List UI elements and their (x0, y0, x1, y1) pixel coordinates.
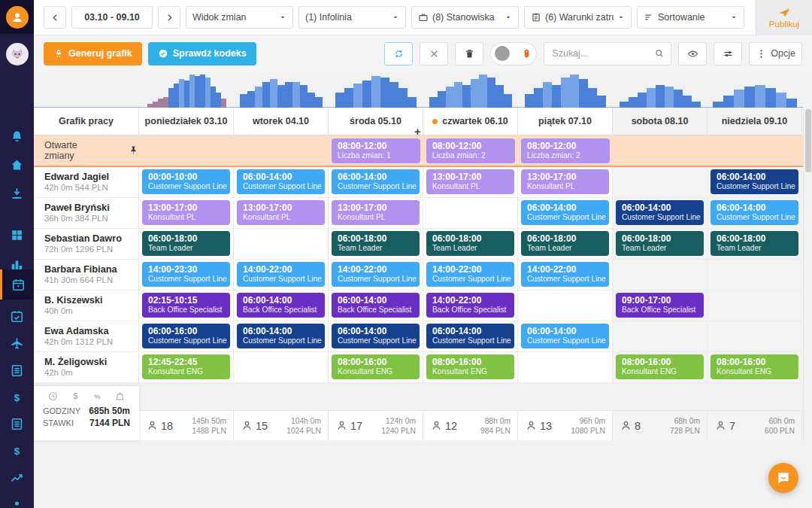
shift-chip[interactable]: 13:00-17:00Konsultant PL (237, 200, 325, 225)
shift-cell[interactable] (707, 291, 802, 321)
footer-weight-icon[interactable] (114, 391, 126, 402)
sidebar-item-dollar-icon[interactable]: $ (0, 384, 34, 411)
day-header-7[interactable]: niedziela 09.10 (707, 108, 802, 135)
employee-name-cell[interactable]: B. Kiszewski40h 0m (34, 291, 139, 321)
options-button[interactable]: Opcje (749, 42, 802, 65)
footer-dollar-icon[interactable]: $ (70, 391, 81, 402)
employee-name-cell[interactable]: M. Żeligowski42h 0m (34, 352, 139, 383)
shift-chip[interactable]: 09:00-17:00Back Office Specialist (616, 293, 704, 318)
shift-chip[interactable]: 06:00-18:00Team Leader (616, 231, 704, 256)
sidebar-item-download-icon[interactable] (0, 180, 34, 207)
dropdown-location[interactable]: (1) Infolinia (298, 6, 406, 29)
day-header-3[interactable]: środa 05.10 (329, 108, 423, 135)
shift-cell[interactable] (613, 260, 707, 291)
day-header-1[interactable]: poniedziałek 03.10 (139, 108, 234, 135)
shift-cell[interactable] (613, 167, 707, 198)
open-shift-cell-day-1[interactable] (139, 135, 234, 166)
shift-chip[interactable]: 08:00-16:00Konsultant ENG (332, 354, 420, 379)
employee-name-cell[interactable]: Sebastian Dawro72h 0m 1296 PLN (34, 229, 139, 260)
shift-chip[interactable]: 06:00-14:00Customer Support Line (710, 200, 798, 225)
employee-name-cell[interactable]: Ewa Adamska42h 0m 1312 PLN (34, 321, 139, 352)
sidebar-item-dot-icon[interactable] (0, 491, 34, 508)
user-avatar[interactable] (6, 43, 29, 65)
shift-chip[interactable]: 13:00-17:00Konsultant PL (426, 169, 514, 194)
shift-chip[interactable]: 06:00-14:00Back Office Specialist (237, 293, 325, 318)
shift-chip[interactable]: 06:00-18:00Team Leader (332, 231, 420, 256)
employee-name-cell[interactable]: Paweł Bryński36h 0m 384 PLN (34, 198, 139, 229)
shift-cell[interactable] (613, 321, 707, 352)
shift-chip[interactable]: 06:00-18:00Team Leader (710, 231, 798, 256)
search-input[interactable] (550, 47, 650, 59)
shift-chip[interactable]: 13:00-17:00Konsultant PL (332, 200, 420, 225)
day-header-2[interactable]: wtorek 04.10 (234, 108, 329, 135)
clear-button[interactable] (420, 42, 448, 65)
shift-chip[interactable]: 06:00-18:00Team Leader (426, 231, 514, 256)
open-shift-chip[interactable]: 08:00-12:00Liczba zmian: 2 (521, 138, 610, 163)
shift-chip[interactable]: 06:00-14:00Customer Support Line (616, 200, 704, 225)
open-shift-chip[interactable]: 08:00-12:00Liczba zmian: 2 (426, 138, 515, 163)
shift-chip[interactable]: 06:00-14:00Customer Support Line (521, 200, 609, 225)
shift-cell[interactable] (423, 198, 518, 229)
edit-mode-toggle[interactable] (490, 42, 537, 65)
shift-chip[interactable]: 06:00-14:00Customer Support Line (332, 169, 420, 194)
shift-chip[interactable]: 13:00-17:00Konsultant PL (521, 169, 609, 194)
sidebar-item-calendar-icon[interactable] (0, 269, 34, 300)
open-shift-cell-day-7[interactable] (707, 135, 802, 166)
shift-chip[interactable]: 12:45-22:45Konsultant ENG (142, 354, 230, 379)
sidebar-item-document-icon[interactable] (0, 357, 34, 384)
shift-chip[interactable]: 06:00-14:00Customer Support Line (332, 324, 420, 348)
shift-chip[interactable]: 14:00-22:00Customer Support Line (426, 262, 514, 287)
footer-percent-icon[interactable]: % (92, 391, 103, 402)
shift-chip[interactable]: 14:00-22:00Customer Support Line (521, 262, 609, 287)
sidebar-item-grid-icon[interactable] (0, 221, 34, 248)
dropdown-employment[interactable]: (6) Warunki zatrudnie... (524, 6, 632, 29)
shift-cell[interactable] (518, 291, 613, 321)
chat-fab[interactable] (768, 463, 798, 493)
shift-cell[interactable] (234, 229, 329, 260)
delete-button[interactable] (455, 42, 483, 65)
shift-chip[interactable]: 08:00-16:00Konsultant ENG (616, 354, 704, 379)
day-header-4[interactable]: czwartek 06.10 (423, 108, 518, 135)
scrollbar-thumb[interactable] (805, 109, 811, 172)
shift-chip[interactable]: 06:00-14:00Back Office Specialist (332, 293, 420, 318)
shift-chip[interactable]: 08:00-16:00Konsultant ENG (426, 354, 514, 379)
vertical-scrollbar[interactable] (803, 108, 812, 440)
visibility-button[interactable] (678, 42, 707, 65)
sidebar-item-plane-icon[interactable] (0, 330, 34, 357)
shift-chip[interactable]: 06:00-18:00Team Leader (142, 231, 230, 256)
sidebar-item-dollar-icon[interactable]: $ (0, 437, 34, 464)
sidebar-item-bell-icon[interactable] (0, 123, 34, 150)
day-header-5[interactable]: piątek 07.10 (518, 108, 613, 135)
shift-chip[interactable]: 14:00-22:00Customer Support Line (237, 262, 325, 287)
shift-chip[interactable]: 08:00-16:00Konsultant ENG (710, 354, 798, 379)
dropdown-sorting[interactable]: Sortowanie (637, 6, 744, 29)
settings-sliders-button[interactable] (714, 42, 742, 65)
shift-chip[interactable]: 06:00-14:00Customer Support Line (426, 324, 514, 348)
sidebar-item-document-icon[interactable] (0, 410, 34, 437)
check-labor-code-button[interactable]: Sprawdź kodeks (148, 42, 256, 65)
shift-cell[interactable] (518, 352, 613, 383)
footer-clock-icon[interactable] (47, 391, 59, 402)
dropdown-positions[interactable]: (8) Stanowiska (411, 6, 519, 29)
shift-cell[interactable] (707, 260, 802, 291)
shift-chip[interactable]: 14:00-23:30Customer Support Line (142, 262, 230, 287)
next-week-button[interactable] (158, 6, 180, 29)
pin-icon[interactable] (128, 145, 139, 157)
open-shift-cell-day-2[interactable] (234, 135, 329, 166)
day-header-6[interactable]: sobota 08.10 (613, 108, 707, 135)
generate-schedule-button[interactable]: Generuj grafik (44, 42, 142, 65)
shift-cell[interactable] (707, 321, 802, 352)
shift-chip[interactable]: 06:00-14:00Customer Support Line (521, 324, 609, 348)
dropdown-view[interactable]: Widok zmian (186, 6, 293, 29)
refresh-button[interactable] (384, 42, 413, 65)
shift-chip[interactable]: 06:00-14:00Customer Support Line (710, 169, 798, 194)
publish-button[interactable]: Publikuj (756, 0, 812, 35)
shift-chip[interactable]: 06:00-16:00Customer Support Line (142, 324, 230, 348)
sidebar-item-calendar-check-icon[interactable] (0, 303, 34, 330)
shift-cell[interactable] (234, 352, 329, 383)
app-logo[interactable] (0, 0, 34, 34)
shift-chip[interactable]: 14:00-22:00Back Office Specialist (426, 293, 514, 318)
open-shift-chip[interactable]: 08:00-12:00Liczba zmian: 1 (332, 138, 420, 163)
employee-name-cell[interactable]: Edward Jagiel42h 0m 544 PLN (34, 167, 139, 198)
shift-chip[interactable]: 02:15-10:15Back Office Specialist (142, 293, 230, 318)
